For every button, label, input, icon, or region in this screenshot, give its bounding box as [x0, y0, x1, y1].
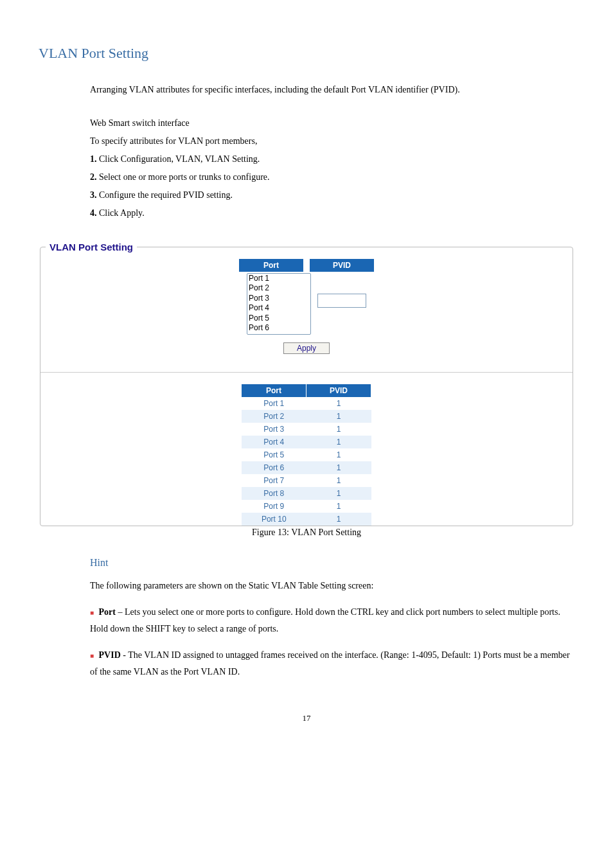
- step-text: Configure the required PVID setting.: [97, 190, 233, 200]
- hint-item-sep: –: [116, 607, 125, 617]
- hint-item-bold: PVID: [99, 650, 121, 660]
- hint-intro: The following parameters are shown on th…: [90, 578, 574, 595]
- cell-pvid: 1: [306, 474, 371, 487]
- port-option[interactable]: Port 4: [247, 303, 310, 313]
- step-1: 1. Click Configuration, VLAN, VLAN Setti…: [90, 150, 574, 168]
- port-option[interactable]: Port 5: [247, 314, 310, 323]
- step-num: 3.: [90, 190, 97, 200]
- step-2: 2. Select one or more ports or trunks to…: [90, 168, 574, 186]
- cell-port: Port 5: [242, 448, 306, 461]
- hint-item-text: Lets you select one or more ports to con…: [90, 607, 560, 634]
- step-text: Select one or more ports or trunks to co…: [97, 172, 270, 182]
- table-row: Port 41: [242, 436, 371, 448]
- table-row: Port 81: [242, 487, 371, 500]
- hint-heading: Hint: [90, 557, 574, 569]
- table-header-row: Port PVID: [242, 384, 371, 397]
- step-text: Click Configuration, VLAN, VLAN Setting.: [97, 154, 260, 164]
- cell-port: Port 6: [242, 461, 306, 474]
- hint-item: ■ PVID - The VLAN ID assigned to untagge…: [90, 647, 574, 681]
- cell-port: Port 8: [242, 487, 306, 500]
- bullet-icon: ■: [90, 652, 94, 659]
- hint-item: ■ Port – Lets you select one or more por…: [90, 604, 574, 638]
- figure-caption: Figure 13: VLAN Port Setting: [39, 527, 574, 538]
- step-text: Click Apply.: [97, 208, 145, 218]
- cell-port: Port 1: [242, 397, 306, 410]
- table-row: Port 21: [242, 410, 371, 423]
- cell-pvid: 1: [306, 500, 371, 513]
- config-form: Port PVID Port 1 Port 2 Port 3 Port 4 Po…: [40, 252, 573, 360]
- port-option[interactable]: Port 1: [247, 274, 310, 283]
- result-table: Port PVID Port 11 Port 21 Port 31 Port 4…: [242, 384, 371, 526]
- form-input-row: Port 1 Port 2 Port 3 Port 4 Port 5 Port …: [247, 273, 366, 335]
- cell-port: Port 4: [242, 436, 306, 448]
- apply-button[interactable]: Apply: [283, 342, 330, 354]
- cell-pvid: 1: [306, 513, 371, 526]
- cell-pvid: 1: [306, 397, 371, 410]
- port-option[interactable]: Port 6: [247, 323, 310, 333]
- port-option[interactable]: Port 3: [247, 294, 310, 303]
- pvid-input[interactable]: [317, 294, 366, 308]
- port-option[interactable]: Port 2: [247, 283, 310, 293]
- form-header-row: Port PVID: [239, 259, 374, 272]
- cell-pvid: 1: [306, 423, 371, 436]
- intro-text: Arranging VLAN attributes for specific i…: [90, 81, 574, 99]
- step-num: 1.: [90, 154, 97, 164]
- cell-port: Port 10: [242, 513, 306, 526]
- table-row: Port 91: [242, 500, 371, 513]
- form-header-pvid: PVID: [310, 259, 374, 272]
- cell-port: Port 7: [242, 474, 306, 487]
- table-row: Port 11: [242, 397, 371, 410]
- section-title: VLAN Port Setting: [39, 45, 574, 62]
- port-select[interactable]: Port 1 Port 2 Port 3 Port 4 Port 5 Port …: [247, 273, 311, 335]
- hint-item-sep: -: [121, 650, 128, 660]
- bullet-icon: ■: [90, 609, 94, 616]
- table-header-pvid: PVID: [306, 384, 371, 397]
- specify-line: To specify attributes for VLAN port memb…: [90, 132, 574, 150]
- step-num: 4.: [90, 208, 97, 218]
- table-row: Port 31: [242, 423, 371, 436]
- web-interface-line: Web Smart switch interface: [90, 114, 574, 132]
- table-row: Port 101: [242, 513, 371, 526]
- cell-port: Port 9: [242, 500, 306, 513]
- cell-port: Port 3: [242, 423, 306, 436]
- step-num: 2.: [90, 172, 97, 182]
- vlan-port-setting-fieldset: VLAN Port Setting Port PVID Port 1 Port …: [40, 242, 573, 526]
- hint-item-text: The VLAN ID assigned to untagged frames …: [90, 650, 570, 677]
- intro-block: Arranging VLAN attributes for specific i…: [90, 81, 574, 222]
- cell-pvid: 1: [306, 436, 371, 448]
- table-row: Port 61: [242, 461, 371, 474]
- cell-pvid: 1: [306, 448, 371, 461]
- divider-line: [40, 372, 573, 373]
- form-header-port: Port: [239, 259, 303, 272]
- table-row: Port 71: [242, 474, 371, 487]
- page-number: 17: [39, 713, 574, 723]
- step-4: 4. Click Apply.: [90, 204, 574, 222]
- table-row: Port 51: [242, 448, 371, 461]
- hint-body: The following parameters are shown on th…: [90, 578, 574, 681]
- cell-port: Port 2: [242, 410, 306, 423]
- cell-pvid: 1: [306, 410, 371, 423]
- cell-pvid: 1: [306, 461, 371, 474]
- hint-item-bold: Port: [99, 607, 116, 617]
- cell-pvid: 1: [306, 487, 371, 500]
- fieldset-legend: VLAN Port Setting: [46, 242, 137, 252]
- table-header-port: Port: [242, 384, 306, 397]
- step-3: 3. Configure the required PVID setting.: [90, 186, 574, 204]
